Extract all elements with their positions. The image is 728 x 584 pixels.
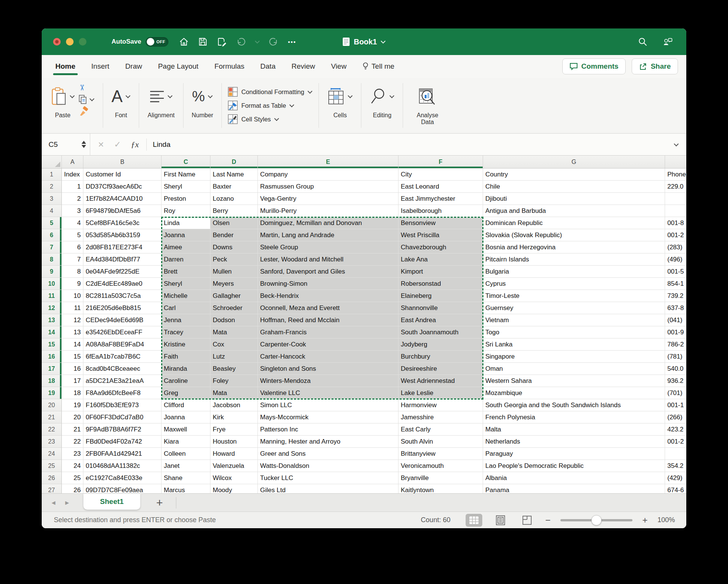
cell-H25[interactable]: 354.2 bbox=[665, 460, 686, 472]
cell-B20[interactable]: F160f5Db3EfE973 bbox=[83, 399, 162, 411]
row-header-2[interactable]: 2 bbox=[42, 181, 62, 193]
cell-G5[interactable]: Dominican Republic bbox=[483, 217, 665, 229]
cell-A12[interactable]: 11 bbox=[62, 302, 83, 314]
sheet-tab-sheet1[interactable]: Sheet1 bbox=[83, 494, 140, 510]
cell-C27[interactable]: Marcus bbox=[162, 484, 210, 493]
cell-E22[interactable]: Patterson Inc bbox=[258, 423, 399, 436]
cell-D16[interactable]: Lutz bbox=[210, 351, 258, 363]
cell-F2[interactable]: East Leonard bbox=[399, 181, 483, 193]
cell-H18[interactable]: 936.2 bbox=[665, 375, 686, 387]
cells-group[interactable]: Cells bbox=[323, 78, 356, 133]
row-header-16[interactable]: 16 bbox=[42, 351, 62, 363]
cell-G27[interactable]: Panama bbox=[483, 484, 665, 493]
cell-H4[interactable] bbox=[665, 205, 686, 217]
cell-F20[interactable]: Harmonview bbox=[399, 399, 483, 411]
cell-H13[interactable]: (041) bbox=[665, 314, 686, 326]
cell-G24[interactable]: Paraguay bbox=[483, 448, 665, 460]
page-layout-view-button[interactable] bbox=[492, 514, 509, 527]
cell-F3[interactable]: East Jimmychester bbox=[399, 193, 483, 205]
cell-C12[interactable]: Carl bbox=[162, 302, 210, 314]
cell-D22[interactable]: Frye bbox=[210, 423, 258, 436]
zoom-window-button[interactable] bbox=[79, 38, 86, 46]
row-header-24[interactable]: 24 bbox=[42, 448, 62, 460]
select-all-corner[interactable] bbox=[42, 156, 62, 168]
paste-dropdown-icon[interactable] bbox=[70, 93, 75, 98]
cell-D5[interactable]: Olsen bbox=[210, 217, 258, 229]
conditional-formatting-button[interactable]: Conditional Formatting bbox=[228, 87, 312, 97]
cell-A7[interactable]: 6 bbox=[62, 241, 83, 253]
column-header-h[interactable] bbox=[665, 156, 686, 168]
cell-G2[interactable]: Chile bbox=[483, 181, 665, 193]
cell-A20[interactable]: 19 bbox=[62, 399, 83, 411]
cell-D7[interactable]: Downs bbox=[210, 241, 258, 253]
undo-dropdown-icon[interactable] bbox=[255, 39, 260, 44]
autosave-toggle[interactable]: OFF bbox=[146, 37, 168, 47]
cell-E26[interactable]: Tucker LLC bbox=[258, 472, 399, 484]
cell-D14[interactable]: Mata bbox=[210, 326, 258, 338]
row-header-9[interactable]: 9 bbox=[42, 266, 62, 278]
font-dropdown-icon[interactable] bbox=[126, 93, 130, 98]
cell-B4[interactable]: 6F94879bDAfE5a6 bbox=[83, 205, 162, 217]
cell-C1[interactable]: First Name bbox=[162, 168, 210, 181]
cell-G16[interactable]: Singapore bbox=[483, 351, 665, 363]
cell-A15[interactable]: 14 bbox=[62, 338, 83, 351]
cell-G9[interactable]: Bulgaria bbox=[483, 266, 665, 278]
page-break-view-button[interactable] bbox=[519, 514, 535, 527]
cell-D27[interactable]: Moody bbox=[210, 484, 258, 493]
cell-F5[interactable]: Bensonview bbox=[399, 217, 483, 229]
prev-sheet-icon[interactable]: ◀ bbox=[52, 500, 55, 505]
cell-F13[interactable]: East Andrea bbox=[399, 314, 483, 326]
cell-A2[interactable]: 1 bbox=[62, 181, 83, 193]
cell-B10[interactable]: C2dE4dEEc489ae0 bbox=[83, 278, 162, 290]
zoom-slider[interactable] bbox=[560, 519, 632, 521]
cell-C16[interactable]: Faith bbox=[162, 351, 210, 363]
cell-A18[interactable]: 17 bbox=[62, 375, 83, 387]
cell-C7[interactable]: Aimee bbox=[162, 241, 210, 253]
cell-A4[interactable]: 3 bbox=[62, 205, 83, 217]
cell-D25[interactable]: Valenzuela bbox=[210, 460, 258, 472]
cell-H24[interactable] bbox=[665, 448, 686, 460]
column-header-B[interactable]: B bbox=[83, 156, 162, 168]
cell-G13[interactable]: Vietnam bbox=[483, 314, 665, 326]
tab-review[interactable]: Review bbox=[291, 60, 316, 73]
cell-G11[interactable]: Timor-Leste bbox=[483, 290, 665, 302]
cell-B25[interactable]: 010468dAA11382c bbox=[83, 460, 162, 472]
cell-H3[interactable] bbox=[665, 193, 686, 205]
cell-F11[interactable]: Elaineberg bbox=[399, 290, 483, 302]
cell-C19[interactable]: Greg bbox=[162, 387, 210, 399]
cell-G22[interactable]: Malta bbox=[483, 423, 665, 436]
cell-F14[interactable]: South Joannamouth bbox=[399, 326, 483, 338]
cell-E12[interactable]: Oconnell, Meza and Everett bbox=[258, 302, 399, 314]
column-header-A[interactable]: A bbox=[62, 156, 83, 168]
save-icon[interactable] bbox=[198, 37, 208, 47]
cell-D3[interactable]: Lozano bbox=[210, 193, 258, 205]
cell-C10[interactable]: Sheryl bbox=[162, 278, 210, 290]
row-header-1[interactable]: 1 bbox=[42, 168, 62, 181]
column-header-D[interactable]: D bbox=[210, 156, 258, 168]
cell-D11[interactable]: Gallagher bbox=[210, 290, 258, 302]
cell-F4[interactable]: Isabelborough bbox=[399, 205, 483, 217]
cell-H11[interactable]: 739.2 bbox=[665, 290, 686, 302]
cell-F23[interactable]: South Alvin bbox=[399, 436, 483, 448]
conditional-formatting-dropdown-icon[interactable] bbox=[308, 89, 313, 94]
cell-F19[interactable]: Lake Leslie bbox=[399, 387, 483, 399]
cell-C4[interactable]: Roy bbox=[162, 205, 210, 217]
next-sheet-icon[interactable]: ▶ bbox=[65, 500, 69, 505]
cell-H22[interactable]: 423.2 bbox=[665, 423, 686, 436]
cell-G10[interactable]: Cyprus bbox=[483, 278, 665, 290]
row-header-17[interactable]: 17 bbox=[42, 363, 62, 375]
cell-F12[interactable]: Shannonville bbox=[399, 302, 483, 314]
cell-A1[interactable]: Index bbox=[62, 168, 83, 181]
cell-E5[interactable]: Dominguez, Mcmillan and Donovan bbox=[258, 217, 399, 229]
row-header-25[interactable]: 25 bbox=[42, 460, 62, 472]
cell-G17[interactable]: Oman bbox=[483, 363, 665, 375]
tab-insert[interactable]: Insert bbox=[91, 60, 110, 73]
tab-page-layout[interactable]: Page Layout bbox=[157, 60, 199, 73]
editing-group[interactable]: Editing bbox=[366, 78, 398, 133]
cell-E14[interactable]: Graham-Francis bbox=[258, 326, 399, 338]
cell-E2[interactable]: Rasmussen Group bbox=[258, 181, 399, 193]
cell-B21[interactable]: 0F60FF3DdCd7aB0 bbox=[83, 411, 162, 423]
cell-E21[interactable]: Mays-Mccormick bbox=[258, 411, 399, 423]
cell-G18[interactable]: Western Sahara bbox=[483, 375, 665, 387]
cell-C24[interactable]: Colleen bbox=[162, 448, 210, 460]
